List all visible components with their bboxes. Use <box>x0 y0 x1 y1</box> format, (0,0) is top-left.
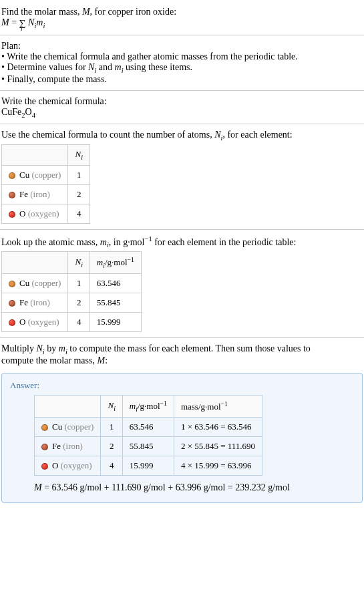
mass-value: 15.999 <box>89 313 141 332</box>
table-row: O (oxygen) 4 <box>2 204 90 223</box>
answer-table: Ni mi/g·mol−1 mass/g·mol−1 Cu (copper) 1… <box>34 395 262 476</box>
count-value: 2 <box>68 184 89 204</box>
formula-N: N <box>26 17 35 27</box>
answer-content: Ni mi/g·mol−1 mass/g·mol−1 Cu (copper) 1… <box>10 395 354 493</box>
plan-title: Plan: <box>1 41 363 51</box>
text: m <box>130 401 136 411</box>
exp: −1 <box>221 400 228 408</box>
element-name: (iron) <box>28 297 50 307</box>
divider <box>0 229 364 230</box>
element-cell: Fe (iron) <box>35 436 101 456</box>
element-name: (iron) <box>28 189 50 199</box>
formula-title: Write the chemical formula: <box>1 96 363 107</box>
count-value: 2 <box>68 293 89 313</box>
count-value: 1 <box>68 274 89 293</box>
text: • Determine values for <box>1 62 88 72</box>
element-symbol: Fe <box>52 441 61 451</box>
element-cell: Cu (copper) <box>2 274 68 293</box>
element-name: (oxygen) <box>25 208 59 218</box>
intro-section: Find the molar mass, M, for copper iron … <box>0 3 364 33</box>
sub: i <box>81 154 83 161</box>
chem-text: O <box>25 107 32 117</box>
element-name: (iron) <box>61 441 83 451</box>
count-value: 4 <box>68 313 89 332</box>
chem-text: CuFe <box>1 107 21 117</box>
table-row: Fe (iron) 2 55.845 <box>2 293 142 313</box>
text: Look up the atomic mass, <box>1 237 100 247</box>
var-m: m <box>59 343 65 353</box>
count-table: Ni Cu (copper) 1 Fe (iron) 2 O (oxygen) … <box>1 144 90 224</box>
element-name: (oxygen) <box>58 460 92 470</box>
unit: /g·mol <box>138 401 160 411</box>
unit: /g·mol <box>105 258 128 268</box>
formula-mi: i <box>43 22 45 29</box>
col-mass: mass/g·mol−1 <box>174 395 262 417</box>
col-mi: mi/g·mol−1 <box>122 395 174 417</box>
divider <box>0 90 364 91</box>
mass-value: 15.999 <box>122 456 174 475</box>
element-cell: O (oxygen) <box>2 204 68 223</box>
text: , for each element: <box>222 130 292 140</box>
table-header-row: Ni <box>2 145 90 166</box>
plan-bullet-1: • Write the chemical formula and gather … <box>1 51 363 62</box>
element-cell: Fe (iron) <box>2 184 68 204</box>
col-mi: mi/g·mol−1 <box>89 252 141 274</box>
chem-sub: 4 <box>32 111 35 118</box>
final-equation: = 63.546 g/mol + 111.690 g/mol + 63.996 … <box>42 482 290 492</box>
count-value: 2 <box>101 436 122 456</box>
count-value: 4 <box>68 204 89 223</box>
col-Ni: Ni <box>68 252 89 274</box>
element-dot-cu <box>41 424 48 431</box>
lookup-table: Ni mi/g·mol−1 Cu (copper) 1 63.546 Fe (i… <box>1 251 142 332</box>
text: N <box>108 400 114 410</box>
element-cell: Cu (copper) <box>35 417 101 436</box>
element-name: (copper) <box>29 278 61 288</box>
formula-section: Write the chemical formula: CuFe2O4 <box>0 92 364 123</box>
plan-bullet-3: • Finally, compute the mass. <box>1 74 363 85</box>
table-row: Fe (iron) 2 <box>2 184 90 204</box>
element-dot-o <box>41 463 48 470</box>
chemical-formula: CuFe2O4 <box>1 107 363 119</box>
element-dot-fe <box>9 300 15 307</box>
col-Ni: Ni <box>101 395 122 417</box>
table-header-row: Ni mi/g·mol−1 <box>2 252 142 274</box>
element-symbol: Fe <box>19 189 28 199</box>
element-name: (copper) <box>29 170 61 180</box>
empty-header <box>35 395 101 417</box>
element-dot-o <box>9 319 15 326</box>
text: Multiply <box>1 343 37 353</box>
table-row: Cu (copper) 1 63.546 <box>2 274 142 293</box>
var-M: M <box>82 7 90 17</box>
exp: −1 <box>160 400 167 407</box>
text: compute the molar mass, <box>1 355 97 365</box>
multiply-line1: Multiply Ni by mi to compute the mass fo… <box>1 343 363 355</box>
element-symbol: O <box>52 460 58 470</box>
var-m: m <box>115 62 122 72</box>
text: for each element in the periodic table: <box>152 237 297 247</box>
sub: i <box>81 261 83 269</box>
formula-lhs: M <box>1 17 9 27</box>
var-N: N <box>37 343 43 353</box>
text: to compute the mass for each element. Th… <box>67 343 311 353</box>
sum-index: i <box>21 25 23 32</box>
text: using these items. <box>124 62 192 72</box>
text: and <box>96 62 114 72</box>
mass-calc: 4 × 15.999 = 63.996 <box>174 456 262 475</box>
formula-m: m <box>36 17 43 27</box>
intro-text: Find the molar mass, <box>1 7 82 17</box>
empty-header <box>2 145 68 166</box>
var-M: M <box>97 355 105 365</box>
lookup-title: Look up the atomic mass, mi, in g·mol−1 … <box>1 235 363 249</box>
element-symbol: O <box>19 317 25 327</box>
sub: i <box>114 405 116 412</box>
table-header-row: Ni mi/g·mol−1 mass/g·mol−1 <box>35 395 262 417</box>
col-Ni: Ni <box>68 145 89 166</box>
plan-section: Plan: • Write the chemical formula and g… <box>0 37 364 89</box>
count-value: 4 <box>101 456 122 475</box>
element-cell: Fe (iron) <box>2 293 68 313</box>
table-row: O (oxygen) 4 15.999 4 × 15.999 = 63.996 <box>35 456 262 475</box>
element-dot-cu <box>9 281 15 287</box>
element-dot-o <box>9 211 15 218</box>
molar-mass-formula: M = ∑i Nimi <box>1 17 363 29</box>
text: : <box>105 355 108 365</box>
